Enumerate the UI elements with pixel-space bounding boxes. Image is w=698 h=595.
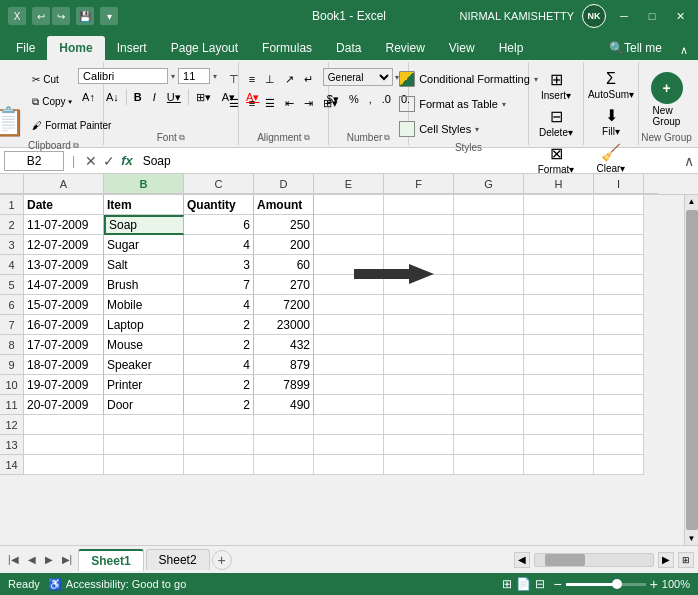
cell-B13[interactable] <box>104 435 184 455</box>
cell-H1[interactable] <box>524 195 594 215</box>
row-header-14[interactable]: 14 <box>0 455 24 475</box>
row-header-9[interactable]: 9 <box>0 355 24 375</box>
cell-I13[interactable] <box>594 435 644 455</box>
cell-E1[interactable] <box>314 195 384 215</box>
minimize-button[interactable]: ─ <box>614 6 634 26</box>
cell-D9[interactable]: 879 <box>254 355 314 375</box>
cell-G4[interactable] <box>454 255 524 275</box>
fill-button[interactable]: ⬇ Fill▾ <box>593 104 629 139</box>
cell-D8[interactable]: 432 <box>254 335 314 355</box>
cell-C13[interactable] <box>184 435 254 455</box>
row-header-6[interactable]: 6 <box>0 295 24 315</box>
zoom-slider-thumb[interactable] <box>612 579 622 589</box>
zoom-in-button[interactable]: + <box>650 577 658 591</box>
cell-C4[interactable]: 3 <box>184 255 254 275</box>
cell-E9[interactable] <box>314 355 384 375</box>
cell-B8[interactable]: Mouse <box>104 335 184 355</box>
cell-G11[interactable] <box>454 395 524 415</box>
row-header-12[interactable]: 12 <box>0 415 24 435</box>
vertical-scrollbar[interactable]: ▲ ▼ <box>684 195 698 545</box>
close-button[interactable]: ✕ <box>670 6 690 26</box>
cell-H9[interactable] <box>524 355 594 375</box>
decrease-indent-button[interactable]: ⇤ <box>281 92 298 114</box>
cell-I6[interactable] <box>594 295 644 315</box>
cell-A13[interactable] <box>24 435 104 455</box>
cell-I5[interactable] <box>594 275 644 295</box>
center-align-button[interactable]: ≡ <box>245 92 259 114</box>
cell-C14[interactable] <box>184 455 254 475</box>
col-header-A[interactable]: A <box>24 174 104 194</box>
cell-E3[interactable] <box>314 235 384 255</box>
cell-C3[interactable]: 4 <box>184 235 254 255</box>
normal-view-button[interactable]: ⊞ <box>502 577 512 591</box>
cell-B9[interactable]: Speaker <box>104 355 184 375</box>
bold-button[interactable]: B <box>130 86 146 108</box>
add-sheet-button[interactable]: + <box>212 550 232 570</box>
cell-E6[interactable] <box>314 295 384 315</box>
cell-G7[interactable] <box>454 315 524 335</box>
cell-F7[interactable] <box>384 315 454 335</box>
tab-insert[interactable]: Insert <box>105 36 159 60</box>
col-header-F[interactable]: F <box>384 174 454 194</box>
border-button[interactable]: ⊞▾ <box>192 86 215 108</box>
comma-button[interactable]: , <box>365 88 376 110</box>
cell-B6[interactable]: Mobile <box>104 295 184 315</box>
cell-A10[interactable]: 19-07-2009 <box>24 375 104 395</box>
cell-C12[interactable] <box>184 415 254 435</box>
page-layout-toggle[interactable]: ⊞ <box>678 552 694 568</box>
cell-C6[interactable]: 4 <box>184 295 254 315</box>
delete-cells-button[interactable]: ⊟ Delete▾ <box>535 105 577 140</box>
format-cells-button[interactable]: ⊠ Format▾ <box>534 142 579 177</box>
cell-E8[interactable] <box>314 335 384 355</box>
cell-E11[interactable] <box>314 395 384 415</box>
cell-F3[interactable] <box>384 235 454 255</box>
cell-I4[interactable] <box>594 255 644 275</box>
cell-A11[interactable]: 20-07-2009 <box>24 395 104 415</box>
hscroll-right-button[interactable]: ▶ <box>658 552 674 568</box>
right-align-button[interactable]: ☰ <box>261 92 279 114</box>
cell-I10[interactable] <box>594 375 644 395</box>
col-header-G[interactable]: G <box>454 174 524 194</box>
col-header-I[interactable]: I <box>594 174 644 194</box>
row-header-7[interactable]: 7 <box>0 315 24 335</box>
accounting-button[interactable]: $▾ <box>323 88 343 110</box>
zoom-slider[interactable] <box>566 583 646 586</box>
sheet-next-button[interactable]: ▶ <box>41 552 57 567</box>
tab-view[interactable]: View <box>437 36 487 60</box>
cell-H13[interactable] <box>524 435 594 455</box>
cell-H5[interactable] <box>524 275 594 295</box>
hscroll-left-button[interactable]: ◀ <box>514 552 530 568</box>
zoom-level[interactable]: 100% <box>662 578 690 590</box>
bottom-align-button[interactable]: ⊥ <box>261 68 279 90</box>
cell-I1[interactable] <box>594 195 644 215</box>
cell-G1[interactable] <box>454 195 524 215</box>
col-header-C[interactable]: C <box>184 174 254 194</box>
cell-I7[interactable] <box>594 315 644 335</box>
cell-A6[interactable]: 15-07-2009 <box>24 295 104 315</box>
cell-B2[interactable]: Soap <box>104 215 184 235</box>
cell-C10[interactable]: 2 <box>184 375 254 395</box>
cell-G9[interactable] <box>454 355 524 375</box>
cell-D7[interactable]: 23000 <box>254 315 314 335</box>
cell-E13[interactable] <box>314 435 384 455</box>
underline-button[interactable]: U▾ <box>163 86 185 108</box>
cell-I14[interactable] <box>594 455 644 475</box>
confirm-formula-icon[interactable]: ✓ <box>101 153 117 169</box>
row-header-10[interactable]: 10 <box>0 375 24 395</box>
row-header-4[interactable]: 4 <box>0 255 24 275</box>
cell-A8[interactable]: 17-07-2009 <box>24 335 104 355</box>
cell-D4[interactable]: 60 <box>254 255 314 275</box>
cell-H3[interactable] <box>524 235 594 255</box>
cell-D1[interactable]: Amount <box>254 195 314 215</box>
row-header-2[interactable]: 2 <box>0 215 24 235</box>
cell-F11[interactable] <box>384 395 454 415</box>
increase-font-button[interactable]: A↑ <box>78 86 99 108</box>
row-header-11[interactable]: 11 <box>0 395 24 415</box>
sheet-first-button[interactable]: |◀ <box>4 552 23 567</box>
cell-A9[interactable]: 18-07-2009 <box>24 355 104 375</box>
cell-I12[interactable] <box>594 415 644 435</box>
cell-D5[interactable]: 270 <box>254 275 314 295</box>
cell-G14[interactable] <box>454 455 524 475</box>
cell-C11[interactable]: 2 <box>184 395 254 415</box>
cell-D2[interactable]: 250 <box>254 215 314 235</box>
